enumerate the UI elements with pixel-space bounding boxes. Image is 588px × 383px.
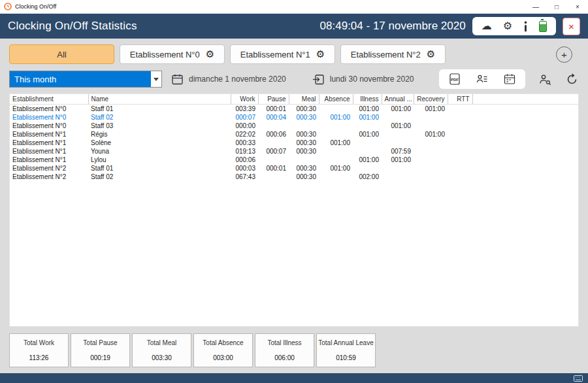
calendar-icon xyxy=(171,73,184,86)
table-cell: 000:30 xyxy=(289,173,319,181)
column-header-filler xyxy=(472,94,578,104)
end-date-value: lundi 30 novembre 2020 xyxy=(330,75,414,84)
table-cell xyxy=(448,122,472,130)
window-maximize-button[interactable]: □ xyxy=(546,0,567,13)
table-row[interactable]: Etablissement N°1Régis022:02000:06000:30… xyxy=(10,130,578,139)
app-exit-button[interactable]: × xyxy=(563,18,580,35)
table-cell: 000:00 xyxy=(231,122,258,130)
tab-settings-gear-icon[interactable]: ⚙ xyxy=(316,48,325,60)
table-cell: 000:07 xyxy=(258,147,289,156)
column-header-pause[interactable]: Pause xyxy=(258,94,289,104)
table-cell: 000:30 xyxy=(289,113,319,122)
table-cell: 001:00 xyxy=(353,104,382,113)
table-cell xyxy=(472,139,578,147)
column-header-work[interactable]: Work xyxy=(231,94,258,104)
column-header-meal[interactable]: Meal xyxy=(289,94,319,104)
table-cell: 007:59 xyxy=(382,147,414,156)
table-cell: Staff 01 xyxy=(88,164,231,173)
table-cell: 000:30 xyxy=(289,147,319,156)
table-row[interactable]: Etablissement N°0Staff 01003:39000:01000… xyxy=(10,104,578,113)
table-cell xyxy=(258,156,289,164)
window-minimize-button[interactable]: — xyxy=(525,0,546,13)
table-cell: Etablissement N°2 xyxy=(10,164,88,173)
cloud-sync-icon[interactable]: ☁ xyxy=(482,21,492,31)
column-header-absence[interactable]: Absence xyxy=(319,94,353,104)
table-cell: 000:01 xyxy=(258,104,289,113)
table-cell: Lylou xyxy=(88,156,231,164)
table-cell: Etablissement N°1 xyxy=(10,130,88,139)
tab-etablissement-0[interactable]: Etablissement N°0 ⚙ xyxy=(120,44,225,64)
table-cell xyxy=(382,164,414,173)
table-cell: 001:00 xyxy=(319,113,353,122)
table-cell: 001:00 xyxy=(319,164,353,173)
window-titlebar: Clocking On/Off — □ × xyxy=(0,0,588,14)
table-cell: 001:00 xyxy=(382,156,414,164)
settings-gear-icon[interactable]: ⚙ xyxy=(503,21,512,31)
table-row[interactable]: Etablissement N°2Staff 01000:03000:01000… xyxy=(10,164,578,173)
table-cell xyxy=(472,122,578,130)
table-row[interactable]: Etablissement N°0Staff 03000:00001:00 xyxy=(10,122,578,130)
table-row[interactable]: Etablissement N°1Youna019:13000:07000:30… xyxy=(10,147,578,156)
column-header-annual[interactable]: Annual ... xyxy=(382,94,414,104)
stats-table: Establishment Name Work Pause Meal Absen… xyxy=(10,94,578,181)
table-cell xyxy=(448,156,472,164)
end-date-picker[interactable]: lundi 30 novembre 2020 xyxy=(312,73,414,86)
person-search-icon[interactable] xyxy=(538,73,552,86)
column-header-recovery[interactable]: Recovery xyxy=(414,94,448,104)
table-cell xyxy=(448,104,472,113)
chevron-down-icon[interactable] xyxy=(151,71,161,87)
tab-etablissement-2[interactable]: Etablissement N°2 ⚙ xyxy=(340,44,446,64)
table-cell: Etablissement N°0 xyxy=(10,113,88,122)
pdf-export-icon[interactable]: PDF xyxy=(448,73,461,86)
filter-bar: This month dimanche 1 novembre 2020 lund… xyxy=(0,67,588,92)
svg-text:PDF: PDF xyxy=(451,78,459,82)
table-cell: 067:43 xyxy=(231,173,258,181)
column-header-establishment[interactable]: Establishment xyxy=(10,94,88,104)
app-clock-icon xyxy=(4,3,12,10)
column-header-name[interactable]: Name xyxy=(88,94,231,104)
table-cell: Etablissement N°2 xyxy=(10,173,88,181)
touch-keyboard-icon[interactable] xyxy=(574,375,583,382)
column-header-rtt[interactable]: RTT xyxy=(448,94,472,104)
start-date-picker[interactable]: dimanche 1 novembre 2020 xyxy=(171,73,286,86)
tab-settings-gear-icon[interactable]: ⚙ xyxy=(427,48,435,60)
table-row[interactable]: Etablissement N°2Staff 02067:43000:30002… xyxy=(10,173,578,181)
tab-etablissement-1[interactable]: Etablissement N°1 ⚙ xyxy=(230,44,335,64)
stats-table-container[interactable]: Establishment Name Work Pause Meal Absen… xyxy=(9,93,579,327)
table-cell xyxy=(319,122,353,130)
table-cell: 001:00 xyxy=(353,130,382,139)
column-header-illness[interactable]: Illness xyxy=(353,94,382,104)
table-row[interactable]: Etablissement N°0Staff 02000:07000:04000… xyxy=(10,113,578,122)
table-cell xyxy=(472,147,578,156)
table-cell: 019:13 xyxy=(231,147,258,156)
table-cell: 001:00 xyxy=(353,156,382,164)
table-cell xyxy=(353,122,382,130)
table-cell xyxy=(258,122,289,130)
tab-all[interactable]: All xyxy=(9,44,114,64)
table-cell: 022:02 xyxy=(231,130,258,139)
table-cell xyxy=(382,139,414,147)
total-value: 113:26 xyxy=(29,354,49,361)
total-meal-card: Total Meal 003:30 xyxy=(132,333,191,367)
refresh-icon[interactable] xyxy=(565,73,579,86)
total-pause-card: Total Pause 000:19 xyxy=(71,333,130,367)
table-cell: Etablissement N°1 xyxy=(10,139,88,147)
add-establishment-button[interactable]: + xyxy=(556,46,572,63)
tab-label: Etablissement N°2 xyxy=(351,50,421,59)
info-icon[interactable] xyxy=(523,21,528,32)
planning-calendar-icon[interactable] xyxy=(503,73,516,86)
tab-settings-gear-icon[interactable]: ⚙ xyxy=(206,48,214,60)
table-cell: 000:03 xyxy=(231,164,258,173)
table-row[interactable]: Etablissement N°1Lylou000:06001:00001:00 xyxy=(10,156,578,164)
table-cell xyxy=(414,113,448,122)
table-cell: 000:01 xyxy=(258,164,289,173)
table-cell xyxy=(448,164,472,173)
staff-list-icon[interactable] xyxy=(476,73,489,86)
table-cell xyxy=(319,130,353,139)
table-cell: 000:30 xyxy=(289,164,319,173)
table-cell: 000:04 xyxy=(258,113,289,122)
window-close-button[interactable]: × xyxy=(567,0,588,13)
period-dropdown[interactable]: This month xyxy=(9,71,162,88)
table-row[interactable]: Etablissement N°1Solène000:33000:30001:0… xyxy=(10,139,578,147)
table-cell xyxy=(319,156,353,164)
